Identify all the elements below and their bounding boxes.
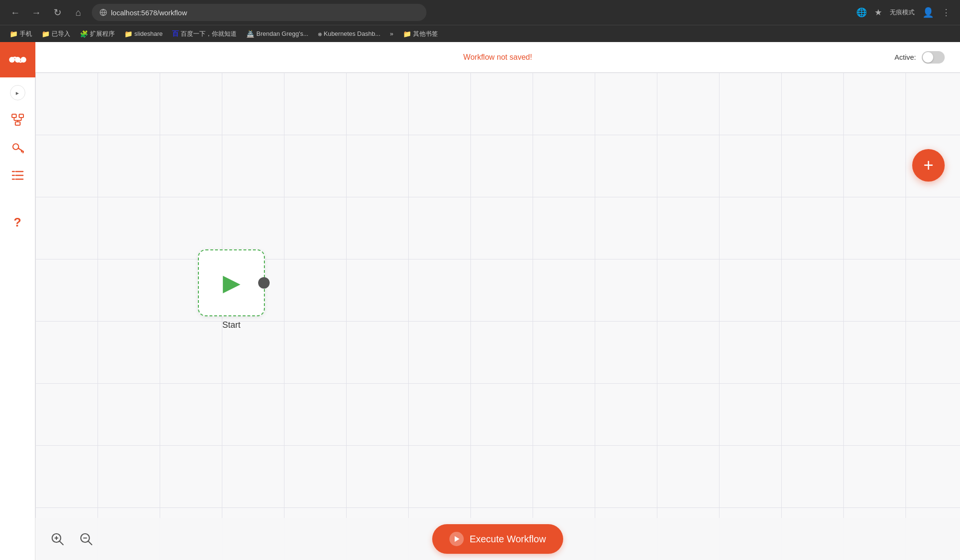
- add-node-button[interactable]: +: [912, 149, 945, 182]
- sidebar-nav: ?: [0, 108, 35, 234]
- translate-icon[interactable]: 🌐: [854, 5, 869, 20]
- browser-chrome: ← → ↻ ⌂ localhost:5678/workflow 🌐 ★ 无痕模式…: [0, 0, 960, 42]
- bookmark-label: Kubernetes Dashb...: [324, 30, 381, 37]
- browser-toolbar: ← → ↻ ⌂ localhost:5678/workflow 🌐 ★ 无痕模式…: [0, 0, 960, 25]
- menu-icon[interactable]: ⋮: [940, 5, 952, 20]
- active-label: Active:: [895, 53, 916, 61]
- incognito-label: 无痕模式: [888, 6, 916, 19]
- svg-rect-8: [15, 122, 20, 125]
- castle-icon: 🏯: [246, 30, 254, 38]
- execute-play-icon: [449, 532, 464, 546]
- bookmark-label: 已导入: [52, 30, 70, 38]
- sidebar-expand-button[interactable]: ▸: [10, 85, 25, 100]
- canvas-grid: [35, 73, 960, 560]
- sidebar-item-workflows[interactable]: [6, 108, 30, 132]
- folder-icon: 📁: [124, 30, 132, 38]
- bookmark-extensions[interactable]: 🧩 扩展程序: [76, 29, 119, 39]
- home-button[interactable]: ⌂: [71, 5, 86, 20]
- bookmark-label: 扩展程序: [90, 30, 115, 38]
- folder-icon: 📁: [10, 30, 18, 38]
- start-node-label: Start: [222, 320, 240, 330]
- header-right: Active:: [895, 51, 945, 64]
- toggle-knob: [923, 52, 933, 63]
- bookmark-star-icon[interactable]: ★: [873, 5, 884, 20]
- more-bookmarks-icon: »: [390, 30, 393, 37]
- bookmark-brendan[interactable]: 🏯 Brendan Gregg's...: [242, 29, 312, 39]
- execute-workflow-button[interactable]: Execute Workflow: [432, 524, 563, 554]
- start-node[interactable]: ▶ Start: [198, 249, 265, 330]
- bookmark-label: 手机: [20, 30, 32, 38]
- zoom-in-button[interactable]: [47, 528, 68, 549]
- app-logo[interactable]: [0, 42, 35, 77]
- bookmark-more[interactable]: »: [386, 29, 397, 38]
- sidebar: ▸: [0, 42, 35, 560]
- url-text: localhost:5678/workflow: [111, 9, 187, 17]
- bookmark-other[interactable]: 📁 其他书签: [399, 29, 442, 39]
- svg-rect-6: [12, 114, 16, 118]
- forward-button[interactable]: →: [29, 5, 44, 20]
- browser-right-icons: 🌐 ★ 无痕模式 👤 ⋮: [854, 5, 952, 20]
- execute-btn-label: Execute Workflow: [469, 534, 546, 545]
- start-node-connector[interactable]: [258, 277, 270, 289]
- back-button[interactable]: ←: [8, 5, 23, 20]
- sidebar-item-credentials[interactable]: [6, 136, 30, 160]
- svg-line-29: [88, 541, 92, 545]
- zoom-out-button[interactable]: [76, 528, 97, 549]
- chevron-right-icon: ▸: [16, 89, 19, 97]
- app-header: Workflow not saved! Active:: [35, 42, 960, 73]
- sidebar-item-help[interactable]: ?: [6, 210, 30, 234]
- plus-icon: +: [923, 155, 933, 175]
- bookmark-label: 百度一下，你就知道: [181, 30, 237, 38]
- main-area: Workflow not saved! Active: ▶ Start: [35, 42, 960, 560]
- bookmark-label: slideshare: [134, 30, 163, 37]
- zoom-controls: [47, 528, 97, 549]
- bookmark-yidaoru[interactable]: 📁 已导入: [38, 29, 74, 39]
- workflow-status: Workflow not saved!: [463, 53, 532, 62]
- canvas-area[interactable]: ▶ Start +: [35, 73, 960, 560]
- bookmark-label: Brendan Gregg's...: [256, 30, 308, 37]
- start-play-icon: ▶: [223, 271, 240, 294]
- reload-button[interactable]: ↻: [50, 5, 65, 20]
- svg-marker-30: [455, 536, 459, 542]
- bookmark-shouji[interactable]: 📁 手机: [6, 29, 36, 39]
- app-container: ▸: [0, 42, 960, 560]
- canvas-footer: Execute Workflow: [35, 518, 960, 560]
- bookmark-label: 其他书签: [413, 30, 438, 38]
- active-toggle[interactable]: [922, 51, 945, 64]
- folder-icon: 📁: [403, 30, 411, 38]
- folder-icon: 📁: [42, 30, 50, 38]
- sidebar-item-executions[interactable]: [6, 163, 30, 187]
- svg-line-26: [60, 541, 63, 545]
- svg-rect-7: [19, 114, 23, 118]
- puzzle-icon: 🧩: [80, 30, 88, 38]
- svg-point-13: [13, 144, 19, 150]
- bookmark-baidu[interactable]: 百 百度一下，你就知道: [168, 29, 240, 39]
- kubernetes-icon: ⎈: [318, 30, 322, 38]
- address-bar[interactable]: localhost:5678/workflow: [92, 4, 426, 21]
- baidu-icon: 百: [172, 30, 179, 38]
- bookmark-slideshare[interactable]: 📁 slideshare: [120, 29, 166, 39]
- bookmark-kubernetes[interactable]: ⎈ Kubernetes Dashb...: [314, 29, 384, 39]
- browser-bookmarks: 📁 手机 📁 已导入 🧩 扩展程序 📁 slideshare 百 百度一下，你就…: [0, 25, 960, 42]
- help-icon: ?: [14, 215, 22, 230]
- start-node-box[interactable]: ▶: [198, 249, 265, 316]
- profile-icon[interactable]: 👤: [920, 5, 936, 20]
